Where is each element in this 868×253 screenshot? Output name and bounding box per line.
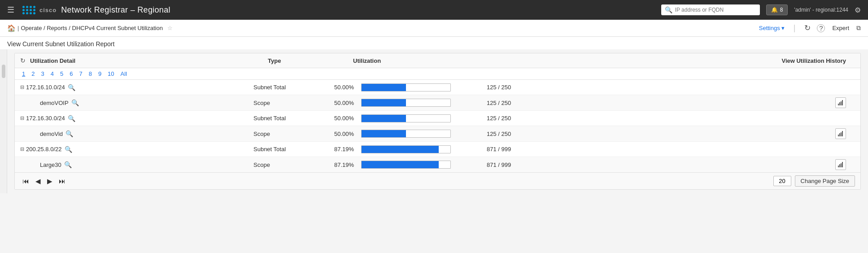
breadcrumb-actions: Settings ▾ | ↻ ? Expert ⧉: [759, 23, 861, 33]
cell-count: 871 / 999: [487, 146, 541, 153]
row-name-label: 200.25.8.0/22: [26, 146, 62, 153]
table-header-row: ↻ Utilization Detail Type Utilization Vi…: [15, 53, 860, 68]
cisco-logo: cisco: [22, 6, 57, 14]
row-search-icon[interactable]: 🔍: [71, 99, 79, 106]
app-title: Network Registrar – Regional: [61, 5, 170, 15]
search-icon: 🔍: [665, 6, 672, 13]
cell-name: demoVid 🔍: [20, 130, 253, 137]
table-footer: ⏮ ◀ ▶ ⏭ Change Page Size: [15, 172, 860, 189]
svg-rect-3: [842, 100, 843, 105]
row-search-icon[interactable]: 🔍: [68, 84, 75, 91]
first-page-button[interactable]: ⏮: [20, 176, 31, 186]
change-page-size-button[interactable]: Change Page Size: [795, 175, 855, 187]
page-4[interactable]: 4: [49, 70, 56, 78]
cell-history: [541, 128, 855, 139]
page-all[interactable]: All: [119, 70, 129, 78]
action-icons: ↻ ?: [804, 23, 825, 33]
next-page-button[interactable]: ▶: [45, 176, 55, 186]
last-page-button[interactable]: ⏭: [57, 176, 68, 186]
page-3[interactable]: 3: [39, 70, 46, 78]
page-10[interactable]: 10: [106, 70, 116, 78]
svg-rect-0: [838, 104, 839, 105]
progress-bar: [361, 130, 451, 138]
settings-dropdown-button[interactable]: Settings ▾: [759, 25, 785, 31]
utilization-percent: 50.00%: [334, 84, 358, 91]
expand-view-icon[interactable]: ⧉: [856, 24, 861, 32]
svg-rect-9: [839, 164, 840, 167]
settings-label: Settings: [759, 25, 780, 31]
search-box[interactable]: 🔍: [661, 4, 760, 15]
page-1[interactable]: 1: [20, 70, 27, 78]
view-history-button[interactable]: [835, 97, 846, 108]
progress-bar: [361, 161, 451, 169]
main-area: ↻ Utilization Detail Type Utilization Vi…: [7, 49, 868, 193]
page-5[interactable]: 5: [58, 70, 65, 78]
cell-type: Subnet Total: [253, 84, 334, 91]
svg-rect-7: [842, 131, 843, 136]
cell-count: 125 / 250: [487, 115, 541, 122]
search-input[interactable]: [675, 7, 756, 13]
cell-type: Scope: [253, 161, 334, 168]
help-icon[interactable]: ?: [817, 24, 825, 32]
svg-rect-4: [838, 135, 839, 136]
refresh-icon[interactable]: ↻: [804, 23, 811, 33]
view-history-button[interactable]: [835, 159, 846, 170]
page-9[interactable]: 9: [96, 70, 103, 78]
expert-button[interactable]: Expert: [832, 25, 849, 31]
page-2[interactable]: 2: [30, 70, 36, 78]
svg-rect-6: [841, 132, 842, 136]
hamburger-icon[interactable]: ☰: [7, 5, 14, 15]
breadcrumb-bar: 🏠 | Operate / Reports / DHCPv4 Current S…: [0, 20, 868, 37]
cell-utilization: 50.00%: [334, 114, 487, 122]
table-row: ⊟ 200.25.8.0/22 🔍 Subnet Total 87.19% 87…: [15, 142, 860, 157]
page-size-input[interactable]: [773, 176, 791, 186]
row-name-label: demoVOIP: [40, 100, 69, 106]
progress-bar-fill: [362, 161, 439, 168]
svg-rect-5: [839, 133, 840, 136]
topbar: ☰ cisco Network Registrar – Regional 🔍 🔔…: [0, 0, 868, 20]
utilization-percent: 87.19%: [334, 146, 358, 153]
cell-utilization: 87.19%: [334, 161, 487, 169]
row-search-icon[interactable]: 🔍: [65, 146, 72, 153]
left-scrollbar[interactable]: [0, 49, 7, 193]
notification-count: 8: [780, 7, 783, 13]
expand-icon[interactable]: ⊟: [20, 84, 24, 90]
home-icon[interactable]: 🏠: [7, 24, 16, 32]
notifications-button[interactable]: 🔔 8: [766, 4, 788, 15]
page-8[interactable]: 8: [87, 70, 94, 78]
progress-bar-fill: [362, 130, 406, 137]
cell-type: Subnet Total: [253, 146, 334, 153]
row-search-icon[interactable]: 🔍: [68, 115, 75, 122]
col-header-utilization: Utilization: [353, 57, 506, 64]
bell-icon: 🔔: [771, 7, 778, 13]
utilization-percent: 50.00%: [334, 100, 358, 106]
admin-label: 'admin' - regional:1244: [794, 7, 848, 13]
progress-bar-fill: [362, 115, 406, 122]
svg-rect-10: [841, 163, 842, 167]
prev-page-button[interactable]: ◀: [33, 176, 43, 186]
page-7[interactable]: 7: [77, 70, 84, 78]
col-header-history: View Utilization History: [568, 57, 855, 64]
cell-name: ⊟ 172.16.10.0/24 🔍: [20, 84, 253, 91]
favorite-star[interactable]: ☆: [167, 25, 173, 31]
utilization-percent: 50.00%: [334, 131, 358, 137]
row-search-icon[interactable]: 🔍: [64, 161, 72, 168]
cell-type: Subnet Total: [253, 115, 334, 122]
cell-utilization: 50.00%: [334, 130, 487, 138]
page-size-area: Change Page Size: [773, 175, 855, 187]
settings-gear-button[interactable]: ⚙: [855, 6, 861, 14]
table-refresh-icon[interactable]: ↻: [20, 57, 26, 64]
row-search-icon[interactable]: 🔍: [65, 130, 73, 137]
svg-rect-11: [842, 162, 843, 167]
view-history-button[interactable]: [835, 128, 846, 139]
table-row: demoVOIP 🔍 Scope 50.00% 125 / 250: [15, 95, 860, 111]
cell-utilization: 87.19%: [334, 145, 487, 153]
page-6[interactable]: 6: [68, 70, 74, 78]
page-title-bar: View Current Subnet Utilization Report: [0, 37, 868, 49]
cell-count: 871 / 999: [487, 161, 541, 168]
expand-icon[interactable]: ⊟: [20, 146, 24, 152]
expand-icon[interactable]: ⊟: [20, 115, 24, 121]
col-header-type: Type: [268, 57, 349, 64]
table-row: ⊟ 172.16.30.0/24 🔍 Subnet Total 50.00% 1…: [15, 111, 860, 126]
cell-type: Scope: [253, 131, 334, 137]
